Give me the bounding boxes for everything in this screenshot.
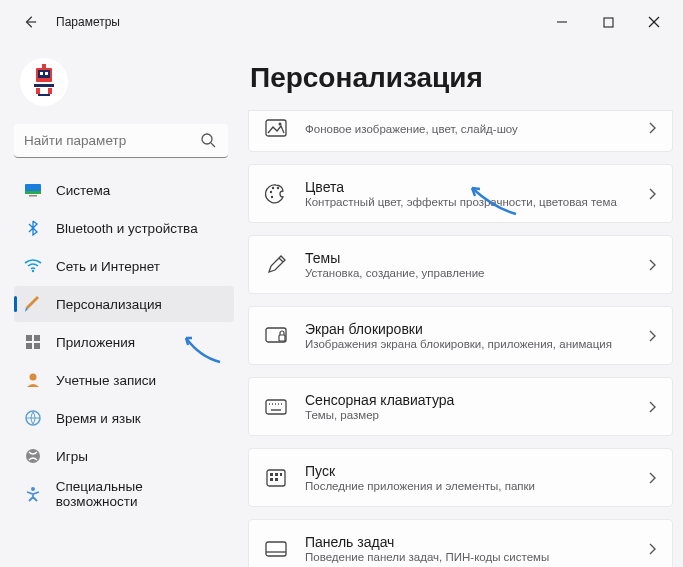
card-title: Панель задач	[305, 534, 638, 550]
chevron-right-icon	[648, 543, 656, 555]
svg-rect-47	[280, 473, 282, 476]
svg-rect-9	[34, 84, 54, 87]
close-button[interactable]	[631, 6, 677, 38]
page-title: Персонализация	[250, 62, 673, 94]
svg-rect-21	[26, 343, 32, 349]
lockscreen-icon	[265, 325, 287, 347]
sidebar-item-apps[interactable]: Приложения	[14, 324, 234, 360]
svg-rect-7	[45, 72, 48, 75]
card-touch-keyboard[interactable]: Сенсорная клавиатура Темы, размер	[248, 377, 673, 436]
svg-line-34	[279, 258, 283, 262]
svg-rect-36	[279, 335, 285, 341]
avatar-image	[24, 62, 64, 102]
minimize-button[interactable]	[539, 6, 585, 38]
card-desc: Фоновое изображение, цвет, слайд-шоу	[305, 123, 638, 135]
search-input[interactable]	[14, 124, 228, 158]
card-colors[interactable]: Цвета Контрастный цвет, эффекты прозрачн…	[248, 164, 673, 223]
sidebar-item-label: Персонализация	[56, 297, 162, 312]
sidebar-item-accessibility[interactable]: Специальные возможности	[14, 476, 234, 512]
svg-point-32	[277, 186, 279, 188]
card-desc: Последние приложения и элементы, папки	[305, 480, 638, 492]
sidebar-item-label: Сеть и Интернет	[56, 259, 160, 274]
paintbrush-icon	[24, 295, 42, 313]
svg-rect-8	[42, 64, 46, 68]
svg-rect-10	[36, 88, 40, 94]
chevron-right-icon	[648, 401, 656, 413]
chevron-right-icon	[648, 330, 656, 342]
display-icon	[24, 181, 42, 199]
card-start[interactable]: Пуск Последние приложения и элементы, па…	[248, 448, 673, 507]
card-title: Сенсорная клавиатура	[305, 392, 638, 408]
svg-point-33	[271, 195, 273, 197]
card-title: Темы	[305, 250, 638, 266]
settings-list: Фоновое изображение, цвет, слайд-шоу Цве…	[248, 110, 673, 567]
accessibility-icon	[24, 485, 42, 503]
sidebar-item-network[interactable]: Сеть и Интернет	[14, 248, 234, 284]
wifi-icon	[24, 257, 42, 275]
card-title: Пуск	[305, 463, 638, 479]
svg-rect-49	[275, 478, 278, 481]
card-desc: Темы, размер	[305, 409, 638, 421]
pen-icon	[265, 254, 287, 276]
card-background[interactable]: Фоновое изображение, цвет, слайд-шоу	[248, 110, 673, 152]
svg-rect-48	[270, 478, 273, 481]
svg-rect-11	[48, 88, 52, 94]
keyboard-icon	[265, 396, 287, 418]
card-desc: Контрастный цвет, эффекты прозрачности, …	[305, 196, 638, 208]
maximize-icon	[603, 17, 614, 28]
sidebar-item-label: Время и язык	[56, 411, 141, 426]
card-taskbar[interactable]: Панель задач Поведение панели задач, ПИН…	[248, 519, 673, 567]
sidebar-item-label: Bluetooth и устройства	[56, 221, 198, 236]
sidebar-item-system[interactable]: Система	[14, 172, 234, 208]
sidebar-item-gaming[interactable]: Игры	[14, 438, 234, 474]
sidebar-item-bluetooth[interactable]: Bluetooth и устройства	[14, 210, 234, 246]
sidebar-item-label: Специальные возможности	[56, 479, 226, 509]
svg-point-31	[272, 186, 274, 188]
sidebar-item-personalization[interactable]: Персонализация	[14, 286, 234, 322]
svg-point-26	[26, 449, 40, 463]
minimize-icon	[556, 16, 568, 28]
svg-rect-12	[38, 94, 50, 96]
card-themes[interactable]: Темы Установка, создание, управление	[248, 235, 673, 294]
sidebar: Система Bluetooth и устройства Сеть и Ин…	[0, 44, 240, 567]
picture-icon	[265, 117, 287, 139]
start-icon	[265, 467, 287, 489]
chevron-right-icon	[648, 472, 656, 484]
sidebar-item-label: Игры	[56, 449, 88, 464]
xbox-icon	[24, 447, 42, 465]
window-controls	[539, 6, 677, 38]
back-button[interactable]	[14, 6, 46, 38]
bluetooth-icon	[24, 219, 42, 237]
card-desc: Поведение панели задач, ПИН-коды системы	[305, 551, 638, 563]
app-title: Параметры	[56, 15, 120, 29]
card-lockscreen[interactable]: Экран блокировки Изображения экрана блок…	[248, 306, 673, 365]
svg-rect-46	[275, 473, 278, 476]
sidebar-item-label: Система	[56, 183, 110, 198]
apps-icon	[24, 333, 42, 351]
sidebar-item-label: Приложения	[56, 335, 135, 350]
person-icon	[24, 371, 42, 389]
svg-rect-17	[29, 195, 37, 197]
svg-line-14	[211, 143, 215, 147]
svg-rect-6	[40, 72, 43, 75]
svg-point-13	[202, 134, 212, 144]
sidebar-item-accounts[interactable]: Учетные записи	[14, 362, 234, 398]
maximize-button[interactable]	[585, 6, 631, 38]
svg-point-23	[30, 374, 37, 381]
svg-point-29	[279, 123, 282, 126]
chevron-right-icon	[648, 259, 656, 271]
card-title: Экран блокировки	[305, 321, 638, 337]
svg-rect-22	[34, 343, 40, 349]
sidebar-item-time[interactable]: Время и язык	[14, 400, 234, 436]
svg-rect-20	[34, 335, 40, 341]
svg-rect-28	[266, 120, 286, 136]
svg-rect-19	[26, 335, 32, 341]
svg-rect-5	[38, 70, 50, 78]
avatar[interactable]	[20, 58, 68, 106]
clock-globe-icon	[24, 409, 42, 427]
svg-rect-1	[604, 18, 613, 27]
svg-rect-37	[266, 400, 286, 414]
svg-rect-45	[270, 473, 273, 476]
search-icon	[200, 132, 216, 148]
card-title: Цвета	[305, 179, 638, 195]
